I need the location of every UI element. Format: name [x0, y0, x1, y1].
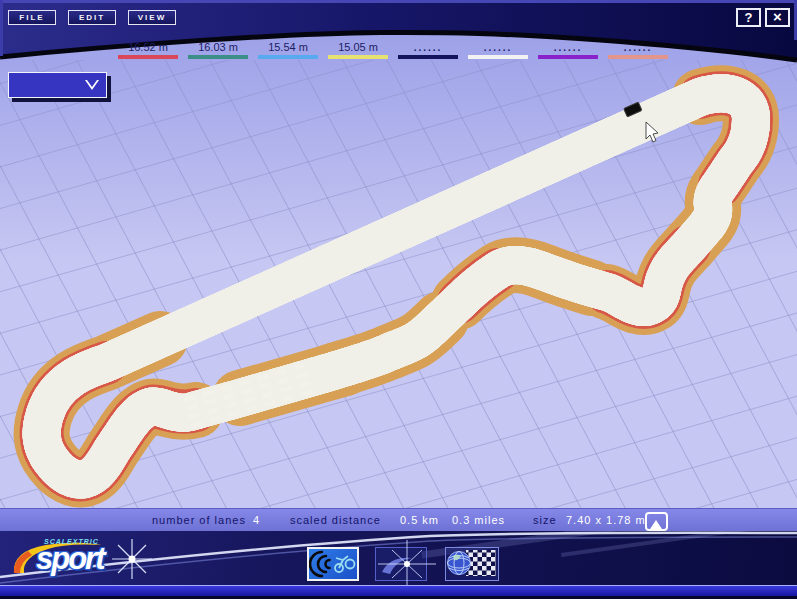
lane-measurement-strip: 16.52 m16.03 m15.54 m15.05 m............… — [118, 41, 678, 59]
footer-bottom-bar — [0, 585, 797, 596]
track-select-dropdown[interactable] — [8, 72, 107, 98]
lane-color-bar — [188, 55, 248, 59]
lane-length-label: ...... — [608, 41, 668, 54]
lane-measurement: 16.52 m — [118, 41, 178, 59]
lane-length-label: 16.03 m — [188, 41, 248, 54]
sound-waves-icon — [309, 549, 357, 579]
globe-checkered-button[interactable] — [445, 547, 499, 581]
distance-km-value: 0.5 km — [400, 514, 439, 526]
lane-color-bar — [118, 55, 178, 59]
lanes-value: 4 — [253, 514, 260, 526]
status-bar: number of lanes 4 scaled distance 0.5 km… — [0, 508, 797, 531]
lane-measurement: ...... — [538, 41, 598, 59]
footer-bar: SCALEXTRIC sport — [0, 531, 797, 599]
scaled-distance-label: scaled distance — [290, 514, 381, 526]
logo-star-icon — [110, 537, 154, 583]
globe-checkered-icon — [446, 548, 498, 578]
lane-measurement: 15.54 m — [258, 41, 318, 59]
lane-measurement: 15.05 m — [328, 41, 388, 59]
menu-view-button[interactable]: VIEW — [128, 10, 176, 25]
chevron-down-icon — [85, 80, 99, 90]
lane-color-bar — [608, 55, 668, 59]
lane-color-bar — [468, 55, 528, 59]
lane-length-label: ...... — [398, 41, 458, 54]
lane-length-label: 16.52 m — [118, 41, 178, 54]
lane-measurement: ...... — [398, 41, 458, 59]
distance-miles-value: 0.3 miles — [452, 514, 505, 526]
lane-color-bar — [538, 55, 598, 59]
menu-edit-button[interactable]: EDIT — [68, 10, 116, 25]
menu-file-button[interactable]: FILE — [8, 10, 56, 25]
size-value: 7.40 x 1.78 m — [566, 514, 646, 526]
sport-star-button[interactable] — [375, 547, 427, 581]
scalextric-sport-logo: SCALEXTRIC sport — [6, 537, 166, 583]
lane-color-bar — [258, 55, 318, 59]
lane-length-label: ...... — [468, 41, 528, 54]
close-button[interactable]: × — [765, 8, 790, 27]
help-button[interactable]: ? — [736, 8, 761, 27]
logo-sport-text: sport — [36, 541, 104, 577]
size-label: size — [533, 514, 557, 526]
lane-color-bar — [328, 55, 388, 59]
lane-length-label: 15.54 m — [258, 41, 318, 54]
sport-star-icon — [376, 548, 428, 581]
lane-length-label: 15.05 m — [328, 41, 388, 54]
lanes-label: number of lanes — [152, 514, 246, 526]
lane-length-label: ...... — [538, 41, 598, 54]
lane-measurement: ...... — [608, 41, 668, 59]
lane-measurement: ...... — [468, 41, 528, 59]
sound-waves-button[interactable] — [307, 547, 359, 581]
fit-view-icon[interactable] — [645, 512, 668, 531]
track-designer-window: FILE EDIT VIEW ? × 16.52 m16.03 m15.54 m… — [0, 0, 797, 599]
lane-color-bar — [398, 55, 458, 59]
lane-measurement: 16.03 m — [188, 41, 248, 59]
